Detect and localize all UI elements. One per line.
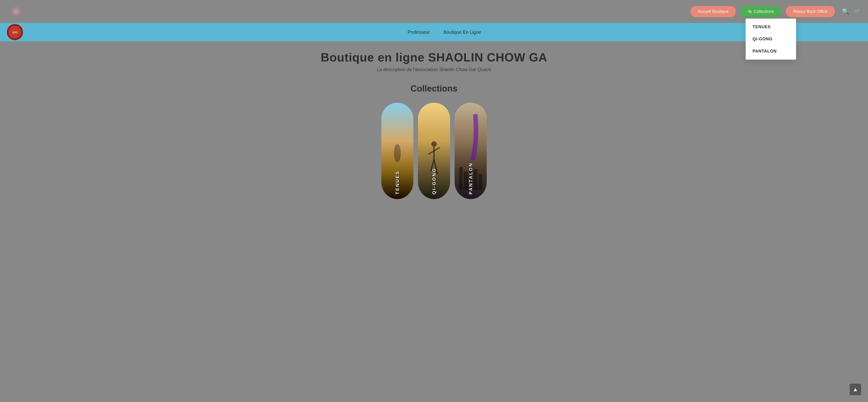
- accueil-button[interactable]: Accueil Boutique: [690, 6, 736, 17]
- dropdown-item-qigong[interactable]: QI-GONG: [746, 33, 796, 45]
- cart-button[interactable]: 🛒: [854, 8, 861, 15]
- scroll-up-icon: ▲: [852, 386, 858, 393]
- search-icon: 🔍: [842, 8, 849, 15]
- svg-rect-25: [473, 169, 477, 190]
- club-logo-svg: SCG: [7, 24, 23, 40]
- page-subtitle: La description de l'association Shaolin …: [5, 67, 863, 72]
- sub-nav-links: Professeur Boutique En Ligne: [28, 30, 861, 35]
- collections-heading: Collections: [0, 84, 868, 93]
- card-bg-tenues: TENUES: [381, 103, 413, 199]
- sub-nav-logo-image: SCG: [7, 24, 23, 40]
- sub-nav-logo: SCG: [7, 24, 23, 40]
- collections-icon: 🛍: [748, 9, 752, 14]
- site-logo: [7, 2, 25, 21]
- pantalon-card-label: PANTALON: [468, 162, 473, 195]
- svg-rect-23: [464, 172, 468, 190]
- cart-icon: 🛒: [854, 8, 861, 15]
- svg-point-15: [431, 141, 437, 147]
- collections-button-label: Collections: [754, 9, 774, 14]
- sub-nav: SCG Professeur Boutique En Ligne: [0, 23, 868, 41]
- card-bg-qigong: QI-GONG: [418, 103, 450, 199]
- collection-card-pantalon[interactable]: PANTALON: [455, 103, 487, 199]
- collections-btn-wrapper: 🛍 Collections TENUES QI-GONG PANTALON: [740, 6, 781, 17]
- professeur-link[interactable]: Professeur: [408, 30, 430, 35]
- dropdown-item-tenues[interactable]: TENUES: [746, 21, 796, 33]
- nav-buttons: Accueil Boutique 🛍 Collections TENUES QI…: [690, 6, 861, 17]
- svg-rect-26: [479, 174, 482, 190]
- card-bg-pantalon: PANTALON: [455, 103, 487, 199]
- svg-rect-22: [459, 167, 463, 190]
- collection-cards: TENUES: [0, 103, 868, 199]
- dropdown-item-pantalon[interactable]: PANTALON: [746, 45, 796, 57]
- collection-card-tenues[interactable]: TENUES: [381, 103, 413, 199]
- retour-button[interactable]: Retour Back Office: [786, 6, 835, 17]
- logo-area: [7, 2, 25, 21]
- page-title: Boutique en ligne SHAOLIN CHOW GA: [5, 51, 863, 64]
- scroll-to-top-button[interactable]: ▲: [850, 384, 861, 395]
- qigong-card-label: QI-GONG: [432, 168, 437, 195]
- boutique-link[interactable]: Boutique En Ligne: [444, 30, 481, 35]
- collections-button[interactable]: 🛍 Collections: [740, 6, 781, 17]
- top-nav: Accueil Boutique 🛍 Collections TENUES QI…: [0, 0, 868, 23]
- main-content: Boutique en ligne SHAOLIN CHOW GA La des…: [0, 41, 868, 402]
- page-header: Boutique en ligne SHAOLIN CHOW GA La des…: [0, 41, 868, 77]
- nav-icons: 🔍 🛒: [842, 8, 861, 15]
- tenues-card-label: TENUES: [395, 170, 400, 195]
- svg-text:SCG: SCG: [12, 31, 18, 34]
- svg-point-13: [394, 144, 401, 162]
- collection-card-qigong[interactable]: QI-GONG: [418, 103, 450, 199]
- collections-dropdown: TENUES QI-GONG PANTALON: [746, 19, 796, 60]
- search-button[interactable]: 🔍: [842, 8, 849, 15]
